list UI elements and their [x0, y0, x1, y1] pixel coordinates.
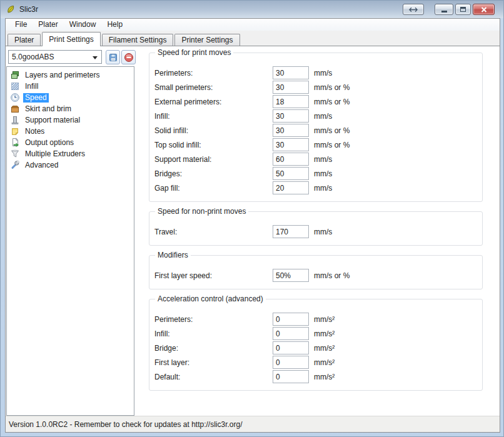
setting-unit: mm/s or %: [314, 141, 350, 149]
preset-select[interactable]: 5.0goodABS: [8, 50, 102, 64]
setting-row-top-solid-infill: Top solid infill:mm/s or %: [154, 138, 477, 152]
setting-input[interactable]: [273, 269, 309, 282]
menu-item-help[interactable]: Help: [101, 19, 128, 31]
setting-row-perimeters: Perimeters:mm/s: [154, 66, 477, 80]
tree-item-label: Skirt and brim: [23, 104, 73, 114]
tab-print-settings[interactable]: Print Settings: [42, 32, 100, 46]
extruders-icon: [10, 149, 20, 159]
settings-panel: Speed for print movesPerimeters:mm/sSmal…: [149, 48, 483, 396]
setting-row-bridges: Bridges:mm/s: [154, 166, 477, 181]
tree-item-speed[interactable]: Speed: [7, 92, 134, 103]
tab-printer-settings[interactable]: Printer Settings: [174, 34, 239, 46]
minimize-button[interactable]: [435, 4, 453, 15]
delete-preset-button[interactable]: [121, 50, 136, 64]
maximize-icon: [460, 7, 466, 12]
setting-label: Perimeters:: [154, 69, 273, 78]
tree-item-label: Multiple Extruders: [23, 149, 87, 159]
layers-icon: [10, 70, 20, 80]
setting-input[interactable]: [273, 153, 309, 166]
setting-unit: mm/s²: [314, 315, 335, 324]
setting-input[interactable]: [273, 138, 309, 151]
support-icon: [10, 115, 20, 125]
setting-row-bridge: Bridge:mm/s²: [154, 341, 477, 355]
close-button[interactable]: [473, 4, 495, 15]
tree-item-output-options[interactable]: Output options: [7, 137, 134, 148]
window-title: Slic3r: [19, 5, 38, 14]
setting-row-small-perimeters: Small perimeters:mm/s or %: [154, 80, 477, 94]
setting-input[interactable]: [273, 356, 309, 369]
section-modifiers: ModifiersFirst layer speed:mm/s or %: [149, 251, 483, 289]
setting-label: Small perimeters:: [154, 83, 273, 92]
section-acceleration-control-advanced: Acceleration control (advanced)Perimeter…: [149, 294, 483, 391]
tree-item-notes[interactable]: Notes: [7, 126, 134, 137]
setting-label: Solid infill:: [154, 126, 273, 135]
menu-item-window[interactable]: Window: [64, 19, 102, 31]
setting-row-solid-infill: Solid infill:mm/s or %: [154, 123, 477, 138]
setting-input[interactable]: [273, 313, 309, 326]
setting-label: Bridge:: [154, 344, 273, 353]
setting-row-default: Default:mm/s²: [154, 369, 477, 384]
tab-plater[interactable]: Plater: [8, 34, 41, 46]
resize-arrows-button[interactable]: [403, 4, 424, 15]
tree-item-layers-and-perimeters[interactable]: Layers and perimeters: [7, 69, 134, 81]
setting-row-external-perimeters: External perimeters:mm/s or %: [154, 94, 477, 109]
menu-item-plater[interactable]: Plater: [33, 19, 63, 31]
setting-label: Gap fill:: [154, 184, 273, 193]
setting-input[interactable]: [273, 109, 309, 123]
titlebar[interactable]: Slic3r: [1, 1, 503, 18]
tab-filament-settings[interactable]: Filament Settings: [102, 34, 174, 46]
setting-input[interactable]: [273, 370, 309, 383]
minus-circle-icon: [124, 53, 134, 63]
tree-item-advanced[interactable]: Advanced: [7, 159, 134, 171]
setting-row-travel: Travel:mm/s: [154, 224, 477, 239]
tree-item-label: Infill: [23, 82, 40, 91]
section-legend: Speed for non-print moves: [155, 207, 248, 216]
save-preset-button[interactable]: [106, 50, 120, 64]
setting-input[interactable]: [273, 341, 309, 354]
tree-item-infill[interactable]: Infill: [7, 81, 134, 92]
output-icon: [10, 138, 20, 148]
maximize-button[interactable]: [455, 4, 471, 15]
setting-input[interactable]: [273, 327, 309, 340]
setting-label: Top solid infill:: [154, 141, 273, 149]
setting-row-perimeters: Perimeters:mm/s²: [154, 312, 477, 326]
speed-icon: [10, 93, 20, 103]
slic3r-logo-icon: [6, 4, 16, 14]
setting-input[interactable]: [273, 225, 309, 238]
tree-item-label: Speed: [23, 93, 49, 103]
tree-item-support-material[interactable]: Support material: [7, 114, 134, 126]
setting-unit: mm/s²: [314, 329, 335, 338]
setting-unit: mm/s²: [314, 358, 335, 367]
setting-input[interactable]: [273, 167, 309, 180]
setting-input[interactable]: [273, 81, 309, 94]
setting-unit: mm/s²: [314, 373, 335, 381]
setting-label: Infill:: [154, 112, 273, 121]
tree-item-label: Output options: [23, 138, 76, 148]
advanced-icon: [10, 160, 20, 170]
menu-item-file[interactable]: File: [9, 19, 33, 31]
section-legend: Acceleration control (advanced): [155, 294, 266, 303]
setting-label: Default:: [154, 373, 273, 381]
tree-item-multiple-extruders[interactable]: Multiple Extruders: [7, 148, 134, 159]
setting-label: First layer:: [154, 358, 273, 367]
setting-label: Bridges:: [154, 169, 273, 178]
section-speed-for-non-print-moves: Speed for non-print movesTravel:mm/s: [149, 207, 483, 246]
setting-unit: mm/s: [314, 155, 332, 164]
setting-input[interactable]: [273, 95, 309, 108]
tree-item-label: Layers and perimeters: [23, 71, 101, 80]
setting-row-gap-fill: Gap fill:mm/s: [154, 181, 477, 195]
setting-unit: mm/s: [314, 69, 332, 78]
setting-label: Perimeters:: [154, 315, 273, 324]
settings-tree: Layers and perimetersInfillSpeedSkirt an…: [6, 66, 134, 416]
setting-input[interactable]: [273, 124, 309, 137]
setting-input[interactable]: [273, 181, 309, 194]
minimize-icon: [441, 11, 447, 13]
setting-unit: mm/s: [314, 112, 332, 121]
resize-arrows-icon: [409, 7, 418, 13]
setting-unit: mm/s or %: [314, 126, 350, 135]
setting-input[interactable]: [273, 66, 309, 79]
tree-item-skirt-and-brim[interactable]: Skirt and brim: [7, 103, 134, 114]
section-legend: Speed for print moves: [155, 48, 233, 57]
setting-label: Travel:: [154, 228, 273, 236]
skirt-icon: [10, 104, 20, 114]
